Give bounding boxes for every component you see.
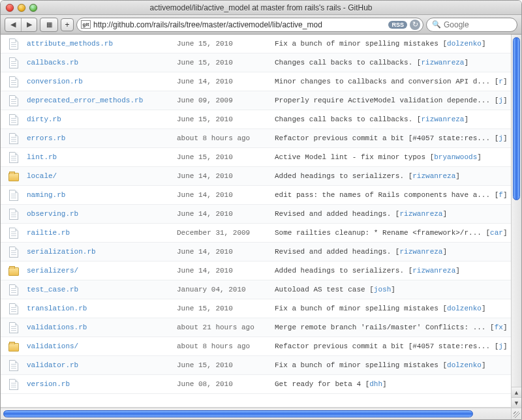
commit-message-text: Get ready for beta 4 (275, 380, 365, 388)
file-date-cell: June 14, 2010 (177, 172, 275, 180)
close-window-button[interactable] (6, 4, 14, 12)
commit-message-cell: Changes call backs to callbacks. [rizwan… (275, 59, 511, 67)
file-link[interactable]: observing.rb (27, 210, 78, 218)
file-icon (1, 228, 27, 239)
file-name-cell: translation.rb (27, 305, 177, 312)
file-link[interactable]: callbacks.rb (27, 59, 78, 67)
file-link[interactable]: test_case.rb (27, 286, 78, 293)
bracket-close: ] (482, 361, 486, 369)
file-name-cell: observing.rb (27, 210, 177, 218)
commit-author-link[interactable]: rizwanreza (412, 267, 455, 275)
traffic-lights (6, 4, 37, 12)
commit-author-link[interactable]: r (499, 78, 503, 85)
file-date-cell: June 14, 2010 (177, 191, 275, 199)
scroll-up-arrow-icon[interactable]: ▲ (512, 387, 521, 397)
file-icon (1, 133, 27, 144)
file-link[interactable]: naming.rb (27, 191, 65, 199)
file-link[interactable]: serialization.rb (27, 248, 96, 256)
commit-author-link[interactable]: rizwanreza (399, 248, 442, 256)
forward-button[interactable]: ▶ (21, 18, 37, 31)
resize-grip-icon[interactable] (511, 408, 521, 419)
commit-message-text: edit pass: the names of Rails components… (275, 191, 495, 199)
reload-button[interactable]: + (61, 18, 74, 31)
bracket-close: ] (503, 342, 508, 350)
file-link[interactable]: dirty.rb (27, 115, 61, 123)
reader-button-group: ▦ (40, 18, 58, 32)
commit-author-link[interactable]: j (499, 134, 503, 142)
commit-message-cell: Active Model lint - fix minor typos [bry… (275, 153, 511, 161)
zoom-window-button[interactable] (29, 4, 37, 12)
file-icon (1, 322, 27, 333)
table-row: validations/about 8 hours agoRefactor pr… (1, 337, 511, 356)
minimize-window-button[interactable] (18, 4, 25, 12)
file-date-cell: about 8 hours ago (177, 134, 275, 142)
file-link[interactable]: validations.rb (27, 323, 87, 331)
back-button[interactable]: ◀ (5, 18, 21, 31)
vertical-scrollbar[interactable]: ▲ ▼ (511, 35, 521, 408)
file-date-cell: December 31, 2009 (177, 229, 275, 237)
commit-author-link[interactable]: rizwanreza (421, 115, 464, 123)
stop-reload-cap-icon[interactable]: ↻ (410, 20, 420, 30)
commit-author-link[interactable]: j (499, 342, 503, 350)
address-bar[interactable]: git http://github.com/rails/rails/tree/m… (76, 18, 423, 32)
commit-author-link[interactable]: j (499, 97, 503, 104)
file-date-cell: June 08, 2010 (177, 380, 275, 388)
search-box[interactable]: 🔍 (426, 18, 517, 32)
commit-author-link[interactable]: rizwanreza (421, 59, 464, 67)
commit-author-link[interactable]: f (499, 191, 503, 199)
commit-author-link[interactable]: car (490, 229, 503, 237)
table-row: serializers/June 14, 2010Added headings … (1, 262, 511, 280)
bracket-close: ] (442, 248, 447, 256)
table-row: version.rbJune 08, 2010Get ready for bet… (1, 375, 511, 394)
file-link[interactable]: errors.rb (27, 134, 65, 142)
table-row: attribute_methods.rbJune 15, 2010Fix a b… (1, 35, 511, 53)
file-link[interactable]: translation.rb (27, 305, 87, 312)
search-icon: 🔍 (432, 20, 441, 29)
file-name-cell: railtie.rb (27, 229, 177, 237)
commit-message-text: Some railties cleanup: * Rename <framewo… (275, 229, 485, 237)
commit-author-link[interactable]: dolzenko (447, 361, 482, 369)
table-row: naming.rbJune 14, 2010edit pass: the nam… (1, 186, 511, 205)
commit-author-link[interactable]: dolzenko (447, 305, 482, 312)
file-link[interactable]: attribute_methods.rb (27, 40, 113, 48)
file-icon (1, 190, 27, 201)
file-date-cell: about 8 hours ago (177, 342, 275, 350)
file-link[interactable]: serializers/ (27, 267, 78, 275)
commit-author-link[interactable]: bryanwoods (434, 153, 477, 161)
commit-message-cell: Some railties cleanup: * Rename <framewo… (275, 229, 511, 237)
file-link[interactable]: conversion.rb (27, 78, 83, 85)
file-icon (1, 95, 27, 106)
file-date-cell: June 15, 2010 (177, 361, 275, 369)
horizontal-scroll-thumb[interactable] (3, 410, 473, 417)
commit-message-text: Minor changes to callbacks and conversio… (275, 78, 495, 85)
file-link[interactable]: deprecated_error_methods.rb (27, 97, 143, 104)
commit-message-text: Revised and added headings. (275, 248, 395, 256)
file-link[interactable]: validations/ (27, 342, 78, 350)
nav-back-forward: ◀ ▶ (5, 18, 37, 32)
file-link[interactable]: lint.rb (27, 153, 57, 161)
commit-author-link[interactable]: dolzenko (447, 40, 482, 48)
commit-author-link[interactable]: josh (374, 286, 391, 293)
table-row: callbacks.rbJune 15, 2010Changes call ba… (1, 53, 511, 72)
horizontal-scrollbar[interactable] (1, 408, 511, 419)
bracket-close: ] (477, 153, 482, 161)
file-link[interactable]: locale/ (27, 172, 57, 180)
commit-message-cell: Fix a bunch of minor spelling mistakes [… (275, 361, 511, 369)
commit-author-link[interactable]: rizwanreza (399, 210, 442, 218)
bracket-close: ] (464, 115, 468, 123)
rss-badge[interactable]: RSS (388, 21, 407, 29)
file-link[interactable]: validator.rb (27, 361, 78, 369)
file-icon (1, 152, 27, 163)
commit-author-link[interactable]: rizwanreza (412, 172, 455, 180)
reader-button[interactable]: ▦ (40, 18, 57, 31)
scroll-down-arrow-icon[interactable]: ▼ (512, 397, 521, 408)
commit-author-link[interactable]: fx (495, 323, 503, 331)
file-icon (1, 379, 27, 390)
file-link[interactable]: version.rb (27, 380, 70, 388)
vertical-scroll-thumb[interactable] (513, 37, 520, 200)
commit-author-link[interactable]: dhh (369, 380, 382, 388)
file-date-cell: June 15, 2010 (177, 305, 275, 312)
file-link[interactable]: railtie.rb (27, 229, 70, 237)
commit-message-text: Fix a bunch of minor spelling mistakes (275, 40, 442, 48)
search-input[interactable] (444, 20, 522, 29)
